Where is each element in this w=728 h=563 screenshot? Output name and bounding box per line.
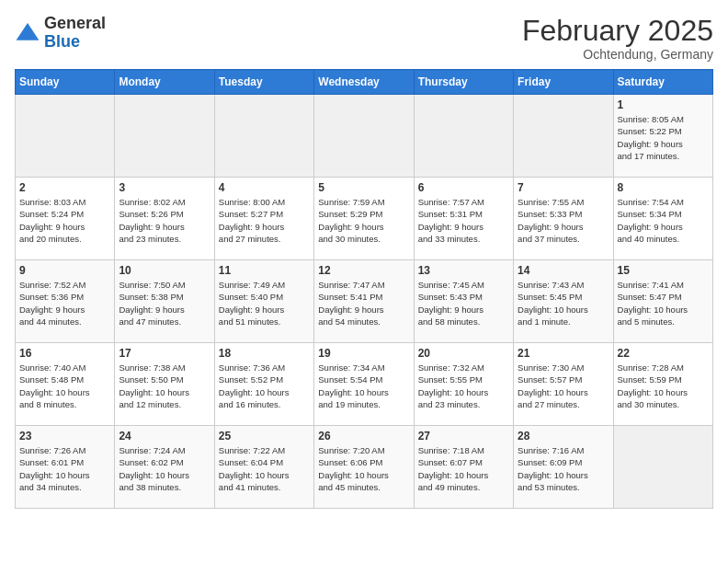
calendar-cell bbox=[115, 95, 214, 178]
day-info: Sunrise: 8:02 AM Sunset: 5:26 PM Dayligh… bbox=[119, 196, 210, 245]
day-number: 5 bbox=[318, 181, 409, 194]
day-info: Sunrise: 7:45 AM Sunset: 5:43 PM Dayligh… bbox=[418, 279, 509, 327]
calendar-cell: 21Sunrise: 7:30 AM Sunset: 5:57 PM Dayli… bbox=[514, 343, 613, 426]
logo-blue: Blue bbox=[44, 33, 106, 52]
day-info: Sunrise: 7:50 AM Sunset: 5:38 PM Dayligh… bbox=[119, 279, 210, 327]
day-info: Sunrise: 7:59 AM Sunset: 5:29 PM Dayligh… bbox=[318, 196, 409, 245]
calendar-cell: 12Sunrise: 7:47 AM Sunset: 5:41 PM Dayli… bbox=[314, 260, 414, 343]
day-number: 23 bbox=[19, 430, 110, 442]
weekday-header-tuesday: Tuesday bbox=[214, 70, 313, 95]
day-number: 22 bbox=[618, 347, 709, 360]
day-number: 16 bbox=[19, 347, 110, 360]
calendar-cell: 24Sunrise: 7:24 AM Sunset: 6:02 PM Dayli… bbox=[115, 426, 214, 509]
calendar-cell: 1Sunrise: 8:05 AM Sunset: 5:22 PM Daylig… bbox=[613, 95, 712, 178]
calendar-cell: 20Sunrise: 7:32 AM Sunset: 5:55 PM Dayli… bbox=[414, 343, 513, 426]
weekday-header-thursday: Thursday bbox=[414, 70, 513, 95]
logo-icon bbox=[15, 20, 40, 46]
day-info: Sunrise: 7:41 AM Sunset: 5:47 PM Dayligh… bbox=[618, 279, 709, 327]
day-number: 24 bbox=[119, 430, 210, 442]
week-row-3: 9Sunrise: 7:52 AM Sunset: 5:36 PM Daylig… bbox=[16, 260, 713, 343]
calendar-cell: 14Sunrise: 7:43 AM Sunset: 5:45 PM Dayli… bbox=[514, 260, 613, 343]
calendar-cell bbox=[414, 95, 513, 178]
location-title: Ochtendung, Germany bbox=[522, 47, 713, 62]
calendar-cell bbox=[214, 95, 313, 178]
day-info: Sunrise: 7:32 AM Sunset: 5:55 PM Dayligh… bbox=[418, 362, 509, 410]
day-number: 19 bbox=[318, 347, 409, 360]
calendar-cell: 2Sunrise: 8:03 AM Sunset: 5:24 PM Daylig… bbox=[16, 178, 115, 260]
calendar-cell: 7Sunrise: 7:55 AM Sunset: 5:33 PM Daylig… bbox=[514, 178, 613, 260]
day-number: 20 bbox=[418, 347, 509, 360]
week-row-2: 2Sunrise: 8:03 AM Sunset: 5:24 PM Daylig… bbox=[16, 178, 713, 260]
day-info: Sunrise: 7:36 AM Sunset: 5:52 PM Dayligh… bbox=[219, 362, 310, 410]
day-number: 10 bbox=[119, 264, 210, 277]
week-row-4: 16Sunrise: 7:40 AM Sunset: 5:48 PM Dayli… bbox=[16, 343, 713, 426]
day-number: 14 bbox=[518, 264, 609, 277]
day-info: Sunrise: 7:49 AM Sunset: 5:40 PM Dayligh… bbox=[219, 279, 310, 327]
day-info: Sunrise: 7:55 AM Sunset: 5:33 PM Dayligh… bbox=[518, 196, 609, 245]
month-title: February 2025 bbox=[522, 15, 713, 47]
day-info: Sunrise: 7:40 AM Sunset: 5:48 PM Dayligh… bbox=[19, 362, 110, 410]
calendar-cell: 15Sunrise: 7:41 AM Sunset: 5:47 PM Dayli… bbox=[613, 260, 712, 343]
calendar-cell: 19Sunrise: 7:34 AM Sunset: 5:54 PM Dayli… bbox=[314, 343, 414, 426]
day-number: 21 bbox=[518, 347, 609, 360]
day-number: 7 bbox=[518, 181, 609, 194]
day-info: Sunrise: 8:05 AM Sunset: 5:22 PM Dayligh… bbox=[618, 113, 709, 162]
day-info: Sunrise: 7:54 AM Sunset: 5:34 PM Dayligh… bbox=[618, 196, 709, 245]
weekday-header-friday: Friday bbox=[514, 70, 613, 95]
day-number: 12 bbox=[318, 264, 409, 277]
calendar-cell: 27Sunrise: 7:18 AM Sunset: 6:07 PM Dayli… bbox=[414, 426, 513, 509]
day-number: 3 bbox=[119, 181, 210, 194]
logo-general: General bbox=[44, 15, 106, 33]
weekday-header-sunday: Sunday bbox=[16, 70, 115, 95]
calendar-cell: 16Sunrise: 7:40 AM Sunset: 5:48 PM Dayli… bbox=[16, 343, 115, 426]
calendar-cell: 25Sunrise: 7:22 AM Sunset: 6:04 PM Dayli… bbox=[214, 426, 313, 509]
calendar-cell bbox=[16, 95, 115, 178]
day-number: 26 bbox=[318, 430, 409, 442]
calendar-table: SundayMondayTuesdayWednesdayThursdayFrid… bbox=[15, 69, 713, 509]
calendar-cell: 11Sunrise: 7:49 AM Sunset: 5:40 PM Dayli… bbox=[214, 260, 313, 343]
day-info: Sunrise: 7:57 AM Sunset: 5:31 PM Dayligh… bbox=[418, 196, 509, 245]
calendar-cell: 22Sunrise: 7:28 AM Sunset: 5:59 PM Dayli… bbox=[613, 343, 712, 426]
calendar-cell: 8Sunrise: 7:54 AM Sunset: 5:34 PM Daylig… bbox=[613, 178, 712, 260]
day-info: Sunrise: 7:24 AM Sunset: 6:02 PM Dayligh… bbox=[119, 444, 210, 493]
day-info: Sunrise: 7:16 AM Sunset: 6:09 PM Dayligh… bbox=[518, 444, 609, 493]
calendar-cell: 5Sunrise: 7:59 AM Sunset: 5:29 PM Daylig… bbox=[314, 178, 414, 260]
calendar-cell: 17Sunrise: 7:38 AM Sunset: 5:50 PM Dayli… bbox=[115, 343, 214, 426]
weekday-header-wednesday: Wednesday bbox=[314, 70, 414, 95]
day-info: Sunrise: 8:00 AM Sunset: 5:27 PM Dayligh… bbox=[219, 196, 310, 245]
day-info: Sunrise: 7:22 AM Sunset: 6:04 PM Dayligh… bbox=[219, 444, 310, 493]
calendar-cell bbox=[314, 95, 414, 178]
day-number: 17 bbox=[119, 347, 210, 360]
day-number: 8 bbox=[618, 181, 709, 194]
day-number: 13 bbox=[418, 264, 509, 277]
day-number: 25 bbox=[219, 430, 310, 442]
weekday-header-saturday: Saturday bbox=[613, 70, 712, 95]
calendar-cell: 10Sunrise: 7:50 AM Sunset: 5:38 PM Dayli… bbox=[115, 260, 214, 343]
logo: General Blue bbox=[15, 15, 106, 52]
day-number: 6 bbox=[418, 181, 509, 194]
calendar-cell: 9Sunrise: 7:52 AM Sunset: 5:36 PM Daylig… bbox=[16, 260, 115, 343]
day-info: Sunrise: 7:52 AM Sunset: 5:36 PM Dayligh… bbox=[19, 279, 110, 327]
calendar-cell: 23Sunrise: 7:26 AM Sunset: 6:01 PM Dayli… bbox=[16, 426, 115, 509]
day-number: 4 bbox=[219, 181, 310, 194]
logo-text: General Blue bbox=[44, 15, 106, 52]
day-info: Sunrise: 7:43 AM Sunset: 5:45 PM Dayligh… bbox=[518, 279, 609, 327]
title-block: February 2025 Ochtendung, Germany bbox=[522, 15, 713, 62]
day-info: Sunrise: 7:47 AM Sunset: 5:41 PM Dayligh… bbox=[318, 279, 409, 327]
day-info: Sunrise: 7:30 AM Sunset: 5:57 PM Dayligh… bbox=[518, 362, 609, 410]
week-row-5: 23Sunrise: 7:26 AM Sunset: 6:01 PM Dayli… bbox=[16, 426, 713, 509]
calendar-cell bbox=[613, 426, 712, 509]
day-info: Sunrise: 7:20 AM Sunset: 6:06 PM Dayligh… bbox=[318, 444, 409, 493]
day-info: Sunrise: 7:28 AM Sunset: 5:59 PM Dayligh… bbox=[618, 362, 709, 410]
weekday-header-monday: Monday bbox=[115, 70, 214, 95]
calendar-cell: 13Sunrise: 7:45 AM Sunset: 5:43 PM Dayli… bbox=[414, 260, 513, 343]
day-number: 27 bbox=[418, 430, 509, 442]
calendar-cell: 6Sunrise: 7:57 AM Sunset: 5:31 PM Daylig… bbox=[414, 178, 513, 260]
calendar-cell: 4Sunrise: 8:00 AM Sunset: 5:27 PM Daylig… bbox=[214, 178, 313, 260]
day-number: 28 bbox=[518, 430, 609, 442]
calendar-cell: 28Sunrise: 7:16 AM Sunset: 6:09 PM Dayli… bbox=[514, 426, 613, 509]
weekday-header-row: SundayMondayTuesdayWednesdayThursdayFrid… bbox=[16, 70, 713, 95]
day-number: 11 bbox=[219, 264, 310, 277]
day-number: 18 bbox=[219, 347, 310, 360]
day-number: 9 bbox=[19, 264, 110, 277]
